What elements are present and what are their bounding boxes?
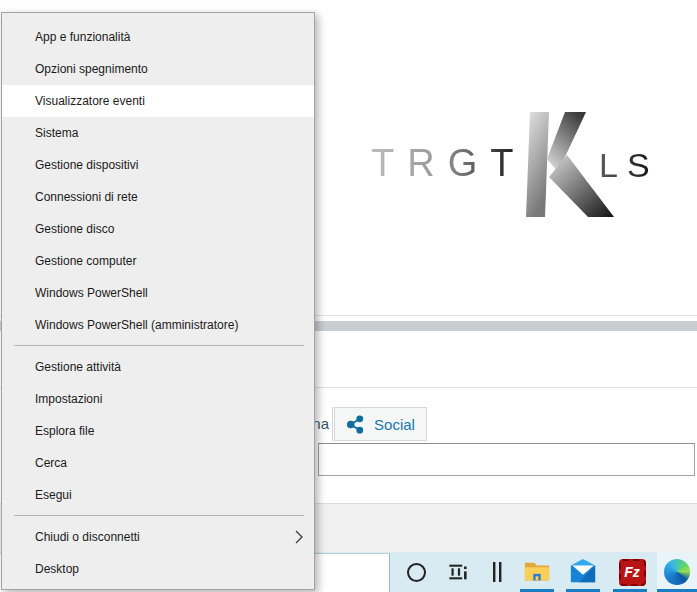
task-view-icon: [448, 561, 470, 583]
tab-social-label: Social: [374, 416, 415, 433]
menu-item-gestione-attivita[interactable]: Gestione attività: [2, 351, 314, 383]
menu-item-connessioni-di-rete[interactable]: Connessioni di rete: [2, 181, 314, 213]
filezilla-label: Fz: [624, 565, 640, 579]
menu-item-windows-powershell[interactable]: Windows PowerShell: [2, 277, 314, 309]
menu-item-windows-powershell-amministratore[interactable]: Windows PowerShell (amministratore): [2, 309, 314, 341]
page-text-input[interactable]: [318, 443, 695, 476]
logo-text-right: LS: [599, 148, 659, 182]
menu-item-app-e-funzionalita[interactable]: App e funzionalità: [2, 21, 314, 53]
share-icon: [346, 415, 365, 434]
tab-social[interactable]: Social: [334, 407, 427, 441]
chevron-right-icon: [295, 530, 303, 544]
menu-item-label: Chiudi o disconnetti: [35, 530, 140, 544]
file-explorer-button[interactable]: [518, 552, 556, 592]
winx-context-menu: App e funzionalità Opzioni spegnimento V…: [1, 12, 315, 590]
pinned-app-button[interactable]: [485, 552, 509, 592]
file-explorer-icon: [522, 558, 552, 586]
menu-item-chiudi-o-disconnetti[interactable]: Chiudi o disconnetti: [2, 521, 314, 553]
menu-separator: [14, 515, 304, 516]
task-view-button[interactable]: [442, 552, 476, 592]
filezilla-icon: Fz: [619, 559, 646, 586]
menu-item-esplora-file[interactable]: Esplora file: [2, 415, 314, 447]
cortana-button[interactable]: [399, 552, 433, 592]
mail-button[interactable]: [564, 552, 602, 592]
menu-item-gestione-computer[interactable]: Gestione computer: [2, 245, 314, 277]
menu-separator: [14, 345, 304, 346]
logo-text-left: TRGT: [371, 144, 526, 182]
menu-item-desktop[interactable]: Desktop: [2, 553, 314, 585]
menu-item-esegui[interactable]: Esegui: [2, 479, 314, 511]
filezilla-button[interactable]: Fz: [613, 552, 651, 592]
menu-item-visualizzatore-eventi[interactable]: Visualizzatore eventi: [2, 85, 314, 117]
cortana-icon: [407, 563, 426, 582]
edge-icon: [664, 559, 690, 585]
menu-item-cerca[interactable]: Cerca: [2, 447, 314, 479]
screen: { "winx_menu": { "items": [ {"label": "A…: [0, 0, 697, 592]
menu-item-gestione-disco[interactable]: Gestione disco: [2, 213, 314, 245]
menu-item-gestione-dispositivi[interactable]: Gestione dispositivi: [2, 149, 314, 181]
mail-icon: [568, 558, 598, 586]
menu-item-opzioni-spegnimento[interactable]: Opzioni spegnimento: [2, 53, 314, 85]
pinned-app-bars-icon: [491, 561, 503, 583]
menu-item-sistema[interactable]: Sistema: [2, 117, 314, 149]
edge-button[interactable]: [657, 552, 697, 592]
menu-item-impostazioni[interactable]: Impostazioni: [2, 383, 314, 415]
